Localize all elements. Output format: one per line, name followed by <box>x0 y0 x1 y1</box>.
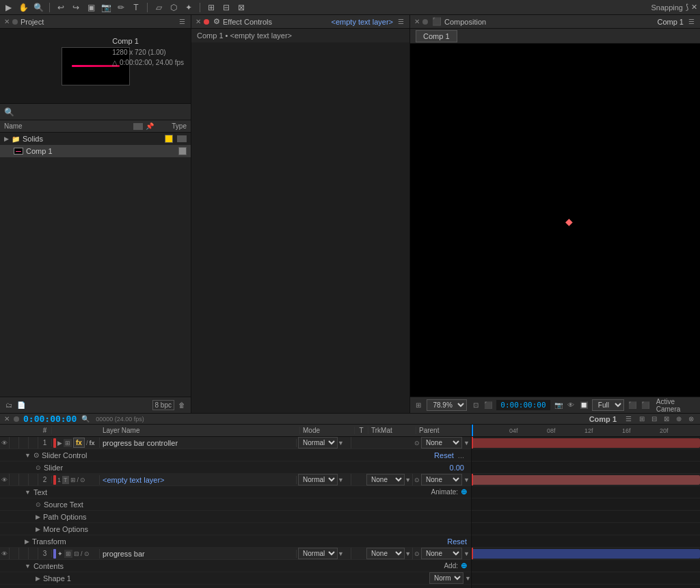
comp-view-icon[interactable]: 👁 <box>567 401 575 410</box>
comp-fit-icon[interactable]: ⊡ <box>471 401 479 410</box>
timeline-ctrl4[interactable]: ⊕ <box>674 414 684 424</box>
slider-ctrl-expand[interactable]: ▼ <box>25 452 31 459</box>
layer2-vis-icon[interactable]: 👁 <box>0 474 10 485</box>
arrow-tool-icon[interactable]: ▶ <box>3 2 14 13</box>
shape1-mode-select[interactable]: Normal <box>429 572 463 584</box>
layer-row-1[interactable]: 👁 1 ▶ ⊞ fx / fx progress bar controller <box>0 437 471 449</box>
trim-paths-row: ▼ Trim Paths 1 <box>0 585 471 588</box>
layer2-num2: 1 <box>57 477 61 483</box>
track-bar-2 <box>472 475 700 485</box>
comp-motion-icon[interactable]: ⬛ <box>641 401 649 410</box>
slider-value[interactable]: 0.00 <box>450 464 471 472</box>
zoom-tool-icon[interactable]: 🔍 <box>33 2 44 13</box>
new-folder-icon[interactable]: 🗂 <box>4 401 14 410</box>
comp-channels-icon[interactable]: ⬛ <box>484 401 492 410</box>
delete-icon[interactable]: 🗑 <box>177 401 187 410</box>
zoom-selector[interactable]: 78.9% <box>427 399 467 411</box>
layer3-parent-select[interactable]: None <box>421 548 462 559</box>
timeline-timecode[interactable]: 0:00:00:00 <box>23 414 77 424</box>
align-icon[interactable]: ⊞ <box>206 2 217 13</box>
layer1-vis-icon[interactable]: 👁 <box>0 437 10 449</box>
project-panel-menu[interactable]: ☰ <box>177 17 187 27</box>
transform-expand[interactable]: ▶ <box>25 538 29 545</box>
effect-controls-menu[interactable]: ☰ <box>396 17 405 27</box>
puppet-tool-icon[interactable]: ✦ <box>183 2 194 13</box>
timeline-ctrl2[interactable]: ⊟ <box>649 414 659 424</box>
render-icon[interactable]: ▣ <box>85 2 96 13</box>
redo-icon[interactable]: ↪ <box>70 2 81 13</box>
timeline-menu[interactable]: ☰ <box>623 414 633 424</box>
layer3-color-bar <box>53 549 56 559</box>
project-folder-solids[interactable]: ▶ 📁 Solids <box>0 133 191 145</box>
snapping-extra-icon[interactable]: ✕ <box>691 3 697 12</box>
layer-col-mode-header: Mode <box>300 427 355 434</box>
quality-selector[interactable]: Full <box>592 399 624 411</box>
layer1-mode-select[interactable]: Normal <box>298 437 338 449</box>
project-comp-1[interactable]: Comp 1 <box>0 145 191 157</box>
layer2-parent-link-icon[interactable]: ⊙ <box>414 477 420 483</box>
layer1-lock <box>29 437 38 449</box>
layer-row-3[interactable]: 👁 3 ✦ ⊞ ⊟ / ⊙ progress bar <box>0 548 471 560</box>
snapping-toggle-icon[interactable]: ⟆ <box>686 3 688 12</box>
comp-grid-icon[interactable]: ⊞ <box>414 401 422 410</box>
contents-add-icon[interactable]: ⊕ <box>461 561 467 570</box>
align3-icon[interactable]: ⊠ <box>236 2 247 13</box>
new-comp-icon[interactable]: 📄 <box>16 401 26 410</box>
comp-3d-icon[interactable]: 🔲 <box>579 401 587 410</box>
layer1-parent-link-icon[interactable]: ⊙ <box>414 440 420 446</box>
pen-tool-icon[interactable]: ✏ <box>116 2 126 13</box>
layer3-parent-link-icon[interactable]: ⊙ <box>414 550 420 557</box>
text-tool-icon[interactable]: T <box>131 2 142 13</box>
layer3-trkmat-select[interactable]: None <box>366 548 405 559</box>
layer2-trkmat-select[interactable]: None <box>366 474 405 485</box>
layer3-mode-select[interactable]: Normal <box>298 548 338 559</box>
path-expand[interactable]: ▶ <box>36 513 40 520</box>
more-expand[interactable]: ▶ <box>36 526 40 533</box>
layer2-parent-select[interactable]: None <box>421 474 462 485</box>
mask-tool-icon[interactable]: ⬡ <box>168 2 179 13</box>
comp-panel-close[interactable]: ✕ <box>414 18 420 25</box>
timeline-search-icon[interactable]: 🔍 <box>81 414 90 424</box>
timeline-ctrl1[interactable]: ⊞ <box>637 414 647 424</box>
timeline-controls: ⊞ ⊟ ⊠ ⊕ ⊗ <box>637 414 696 424</box>
layer2-mode-select[interactable]: Normal <box>298 474 338 485</box>
layer1-type-icon: ⊞ <box>64 439 72 447</box>
src-text-icon: ⊙ <box>36 501 41 508</box>
comp-tab-comp1[interactable]: Comp 1 <box>416 30 457 42</box>
comp-viewer: ◆ <box>410 44 700 397</box>
layer3-vis-icon[interactable]: 👁 <box>0 548 10 559</box>
slider-ctrl-reset[interactable]: Reset <box>434 451 458 459</box>
shape1-expand[interactable]: ▶ <box>36 575 40 582</box>
layer1-parent-select[interactable]: None <box>421 437 462 449</box>
hand-tool-icon[interactable]: ✋ <box>18 2 29 13</box>
comp-display-icon[interactable]: ⬛ <box>628 401 636 410</box>
layer1-fx-icon[interactable]: fx <box>89 440 94 446</box>
slider-ctrl-label: Slider Control <box>42 451 434 459</box>
timeline-ctrl5[interactable]: ⊗ <box>686 414 696 424</box>
track-lane-2-sub2 <box>472 498 700 511</box>
align2-icon[interactable]: ⊟ <box>221 2 232 13</box>
layer-row-2[interactable]: 👁 2 1 T ⊞ / ⊙ <empty text layer> <box>0 474 471 486</box>
comp-item-icon <box>14 148 23 155</box>
add-label: Add: <box>444 562 458 570</box>
effect-controls-dot <box>204 19 209 25</box>
undo-icon[interactable]: ↩ <box>55 2 66 13</box>
effect-controls-close[interactable]: ✕ <box>196 18 201 25</box>
animate-add-icon[interactable]: ⊕ <box>461 487 467 496</box>
comp-snapshot-icon[interactable]: 📷 <box>554 401 563 410</box>
project-panel-close[interactable]: ✕ <box>4 18 10 25</box>
camera-icon[interactable]: 📷 <box>100 2 111 13</box>
timeline-ctrl3[interactable]: ⊠ <box>662 414 671 424</box>
path-options-label: Path Options <box>43 513 471 521</box>
layer3-name-text: progress bar <box>103 550 145 558</box>
text-expand[interactable]: ▼ <box>25 489 31 496</box>
layer3-icon3: / <box>81 550 83 557</box>
shape-tool-icon[interactable]: ▱ <box>153 2 164 13</box>
comp-panel-menu[interactable]: ☰ <box>686 17 696 27</box>
layer1-expand[interactable]: ▶ <box>57 440 62 446</box>
comp-panel-name: Comp 1 <box>657 18 684 26</box>
timeline-close[interactable]: ✕ <box>4 415 10 423</box>
transform-reset[interactable]: Reset <box>447 537 471 546</box>
layer3-parent-arrow: ▼ <box>463 550 470 557</box>
contents-expand[interactable]: ▼ <box>25 563 31 570</box>
